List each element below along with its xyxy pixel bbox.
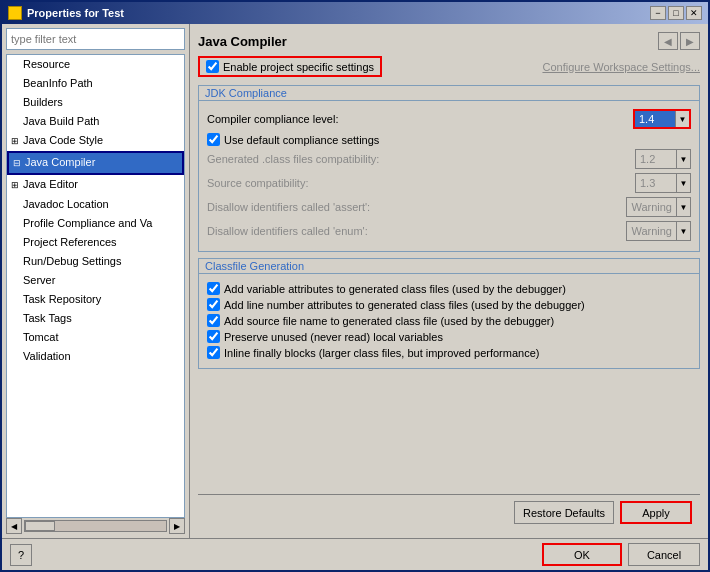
tree-item-projectreferences[interactable]: Project References <box>7 233 184 252</box>
compiler-compliance-arrow[interactable]: ▼ <box>675 111 689 127</box>
classfile-section: Classfile Generation Add variable attrib… <box>198 258 700 369</box>
expand-icon-javaeditor: ⊞ <box>11 177 23 194</box>
classfile-checkbox-2[interactable] <box>207 298 220 311</box>
enable-project-settings-checkbox[interactable] <box>206 60 219 73</box>
tree-item-javacompiler[interactable]: ⊟ Java Compiler <box>7 151 184 175</box>
enable-project-settings-label: Enable project specific settings <box>223 61 374 73</box>
tree-item-server[interactable]: Server <box>7 271 184 290</box>
scroll-track[interactable] <box>24 520 167 532</box>
disallow-enum-label: Disallow identifiers called 'enum': <box>207 225 626 237</box>
source-compat-dropdown: 1.3 ▼ <box>635 173 691 193</box>
left-panel: Resource BeanInfo Path Builders Java Bui… <box>2 24 190 538</box>
tree-item-tasktags[interactable]: Task Tags <box>7 309 184 328</box>
use-default-row: Use default compliance settings <box>207 133 691 146</box>
tree-item-tomcat[interactable]: Tomcat <box>7 328 184 347</box>
classfile-label-2: Add line number attributes to generated … <box>224 299 585 311</box>
source-compat-label: Source compatibility: <box>207 177 635 189</box>
classfile-section-content: Add variable attributes to generated cla… <box>199 278 699 368</box>
disallow-assert-row: Disallow identifiers called 'assert': Wa… <box>207 197 691 217</box>
jdk-compliance-section: JDK Compliance Compiler compliance level… <box>198 85 700 252</box>
compiler-compliance-value: 1.4 <box>635 111 675 127</box>
classfile-checkbox-4[interactable] <box>207 330 220 343</box>
bottom-bar: Restore Defaults Apply <box>198 494 700 530</box>
tree-item-taskrepository[interactable]: Task Repository <box>7 290 184 309</box>
gear-icon <box>8 6 22 20</box>
window-title: Properties for Test <box>27 7 124 19</box>
jdk-section-label: JDK Compliance <box>199 86 699 101</box>
source-compat-arrow: ▼ <box>676 174 690 192</box>
restore-defaults-button[interactable]: Restore Defaults <box>514 501 614 524</box>
filter-input[interactable] <box>6 28 185 50</box>
tree-item-beaninfo[interactable]: BeanInfo Path <box>7 74 184 93</box>
classfile-checkbox-3[interactable] <box>207 314 220 327</box>
tree-container: Resource BeanInfo Path Builders Java Bui… <box>6 54 185 518</box>
classfile-checkbox-5[interactable] <box>207 346 220 359</box>
tree-item-rundebugsettings[interactable]: Run/Debug Settings <box>7 252 184 271</box>
disallow-enum-arrow: ▼ <box>676 222 690 240</box>
configure-workspace-link[interactable]: Configure Workspace Settings... <box>542 61 700 73</box>
classfile-option-1: Add variable attributes to generated cla… <box>207 282 691 295</box>
disallow-enum-dropdown: Warning ▼ <box>626 221 691 241</box>
use-default-checkbox[interactable] <box>207 133 220 146</box>
horizontal-scrollbar: ◀ ▶ <box>6 518 185 534</box>
nav-buttons: ◀ ▶ <box>658 32 700 50</box>
tree-item-javacodestyle[interactable]: ⊞ Java Code Style <box>7 131 184 151</box>
titlebar-buttons: − □ ✕ <box>650 6 702 20</box>
generated-compat-value: 1.2 <box>636 150 676 168</box>
expand-icon-javacompiler: ⊟ <box>13 155 25 172</box>
nav-back-button[interactable]: ◀ <box>658 32 678 50</box>
expand-icon-javacodestyle: ⊞ <box>11 133 23 150</box>
generated-compat-row: Generated .class files compatibility: 1.… <box>207 149 691 169</box>
footer-buttons: OK Cancel <box>542 543 700 566</box>
classfile-checkbox-1[interactable] <box>207 282 220 295</box>
classfile-option-3: Add source file name to generated class … <box>207 314 691 327</box>
classfile-label-4: Preserve unused (never read) local varia… <box>224 331 443 343</box>
tree-item-builders[interactable]: Builders <box>7 93 184 112</box>
tree-item-validation[interactable]: Validation <box>7 347 184 366</box>
generated-compat-dropdown: 1.2 ▼ <box>635 149 691 169</box>
right-panel: Java Compiler ◀ ▶ Enable project specifi… <box>190 24 708 538</box>
minimize-button[interactable]: − <box>650 6 666 20</box>
titlebar-left: Properties for Test <box>8 6 124 20</box>
use-default-label: Use default compliance settings <box>224 134 379 146</box>
scroll-right-button[interactable]: ▶ <box>169 518 185 534</box>
panel-title: Java Compiler <box>198 34 287 49</box>
classfile-option-4: Preserve unused (never read) local varia… <box>207 330 691 343</box>
classfile-label-3: Add source file name to generated class … <box>224 315 554 327</box>
enable-checkbox-area: Enable project specific settings <box>198 56 382 77</box>
disallow-assert-value: Warning <box>627 198 676 216</box>
tree-item-javabuildpath[interactable]: Java Build Path <box>7 112 184 131</box>
cancel-button[interactable]: Cancel <box>628 543 700 566</box>
tree-item-javaeditor[interactable]: ⊞ Java Editor <box>7 175 184 195</box>
generated-compat-arrow: ▼ <box>676 150 690 168</box>
titlebar: Properties for Test − □ ✕ <box>2 2 708 24</box>
disallow-assert-arrow: ▼ <box>676 198 690 216</box>
apply-button[interactable]: Apply <box>620 501 692 524</box>
disallow-enum-value: Warning <box>627 222 676 240</box>
close-button[interactable]: ✕ <box>686 6 702 20</box>
compiler-compliance-row: Compiler compliance level: 1.4 ▼ <box>207 109 691 129</box>
classfile-option-5: Inline finally blocks (larger class file… <box>207 346 691 359</box>
source-compat-value: 1.3 <box>636 174 676 192</box>
tree-item-profilecompliance[interactable]: Profile Compliance and Va <box>7 214 184 233</box>
disallow-assert-label: Disallow identifiers called 'assert': <box>207 201 626 213</box>
classfile-label-5: Inline finally blocks (larger class file… <box>224 347 539 359</box>
maximize-button[interactable]: □ <box>668 6 684 20</box>
classfile-section-label: Classfile Generation <box>199 259 699 274</box>
tree-item-javadoclocation[interactable]: Javadoc Location <box>7 195 184 214</box>
footer-bar: ? OK Cancel <box>2 538 708 570</box>
enable-row: Enable project specific settings Configu… <box>198 56 700 77</box>
ok-button[interactable]: OK <box>542 543 622 566</box>
compiler-compliance-dropdown[interactable]: 1.4 ▼ <box>633 109 691 129</box>
main-content: Resource BeanInfo Path Builders Java Bui… <box>2 24 708 538</box>
help-button[interactable]: ? <box>10 544 32 566</box>
disallow-enum-row: Disallow identifiers called 'enum': Warn… <box>207 221 691 241</box>
spacer <box>198 375 700 494</box>
source-compat-row: Source compatibility: 1.3 ▼ <box>207 173 691 193</box>
classfile-label-1: Add variable attributes to generated cla… <box>224 283 566 295</box>
nav-forward-button[interactable]: ▶ <box>680 32 700 50</box>
scroll-thumb <box>25 521 55 531</box>
scroll-left-button[interactable]: ◀ <box>6 518 22 534</box>
main-window: Properties for Test − □ ✕ Resource BeanI… <box>0 0 710 572</box>
tree-item-resource[interactable]: Resource <box>7 55 184 74</box>
